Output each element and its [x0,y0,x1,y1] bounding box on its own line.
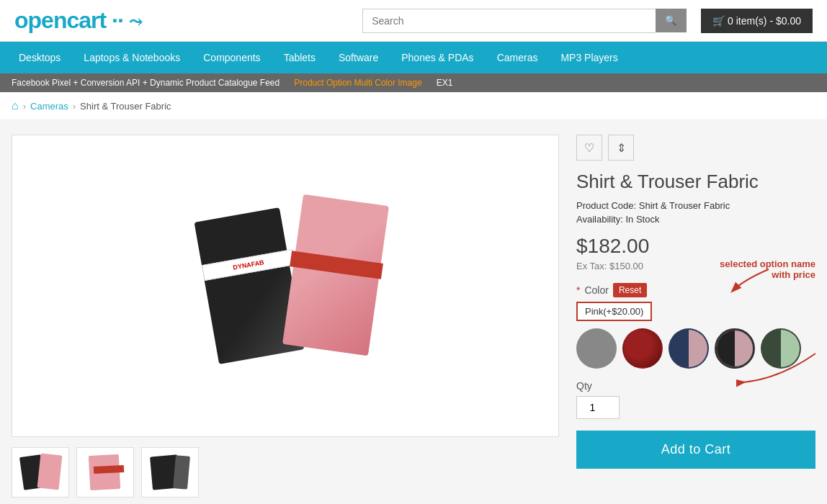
compare-button[interactable]: ⇕ [608,135,634,161]
nav-item-components[interactable]: Components [192,42,272,73]
nav-item-phones[interactable]: Phones & PDAs [390,42,485,73]
compare-icon: ⇕ [617,141,626,155]
promo-item-1[interactable]: Facebook Pixel + Conversion API + Dynami… [12,78,280,88]
heart-icon: ♡ [584,141,594,155]
cart-button[interactable]: 🛒 0 item(s) - $0.00 [701,9,813,33]
annotation-option-name: selected option namewith price [720,258,815,280]
product-title: Shirt & Trouser Fabric [576,171,815,193]
breadcrumb-cameras[interactable]: Cameras [30,101,68,112]
annotation-arrow-1 [729,266,772,294]
color-option-label: Color [584,284,608,296]
header: opencart ·· ⤳ 🔍 🛒 0 item(s) - $0.00 [0,0,827,42]
nav-item-tablets[interactable]: Tablets [272,42,327,73]
thumb-3[interactable] [141,447,199,498]
promo-bar: Facebook Pixel + Conversion API + Dynami… [0,73,827,92]
swatch-darkred[interactable] [622,328,663,369]
nav-item-cameras[interactable]: Cameras [486,42,550,73]
nav-item-mp3[interactable]: MP3 Players [549,42,629,73]
breadcrumb: ⌂ › Cameras › Shirt & Trouser Fabric [0,92,827,120]
annotation-arrow-2 [736,350,823,393]
main-content: DYNAFAB [0,120,827,504]
thumbnails [12,447,559,498]
thumb-1[interactable] [12,447,69,498]
promo-item-2[interactable]: Product Option Multi Color Image [294,78,421,88]
required-star: * [576,284,580,296]
color-label-row: * Color Reset [576,283,815,297]
nav-item-software[interactable]: Software [327,42,390,73]
main-image: DYNAFAB [12,135,559,437]
nav-item-laptops[interactable]: Laptops & Notebooks [72,42,192,73]
swatch-bluepink[interactable] [669,328,709,369]
breadcrumb-home[interactable]: ⌂ [12,99,19,112]
search-bar: 🔍 [362,9,687,33]
qty-input[interactable] [576,396,620,419]
reset-button[interactable]: Reset [613,283,647,297]
action-icons: ♡ ⇕ [576,135,815,161]
breadcrumb-sep-1: › [23,101,26,112]
add-to-cart-button[interactable]: Add to Cart [576,431,815,469]
search-button[interactable]: 🔍 [656,9,687,32]
swatch-gray[interactable] [576,328,617,369]
wishlist-button[interactable]: ♡ [576,135,602,161]
nav-bar: Desktops Laptops & Notebooks Components … [0,42,827,73]
product-left-col: DYNAFAB [12,135,559,504]
logo: opencart ·· ⤳ [14,7,141,34]
color-swatches [576,328,815,369]
breadcrumb-sep-2: › [73,101,76,112]
product-price: $182.00 [576,235,815,258]
search-icon: 🔍 [665,15,677,26]
breadcrumb-current: Shirt & Trouser Fabric [80,101,171,112]
thumb-2[interactable] [76,447,134,498]
search-input[interactable] [362,9,656,33]
product-code: Product Code: Shirt & Trouser Fabric [576,200,815,211]
nav-item-desktops[interactable]: Desktops [7,42,72,73]
selected-option-box: Pink(+$20.00) [576,302,652,321]
product-details: ♡ ⇕ Shirt & Trouser Fabric Product Code:… [576,135,815,504]
promo-item-3[interactable]: EX1 [437,78,453,88]
product-image-placeholder: DYNAFAB [177,192,393,379]
product-availability: Availability: In Stock [576,214,815,225]
